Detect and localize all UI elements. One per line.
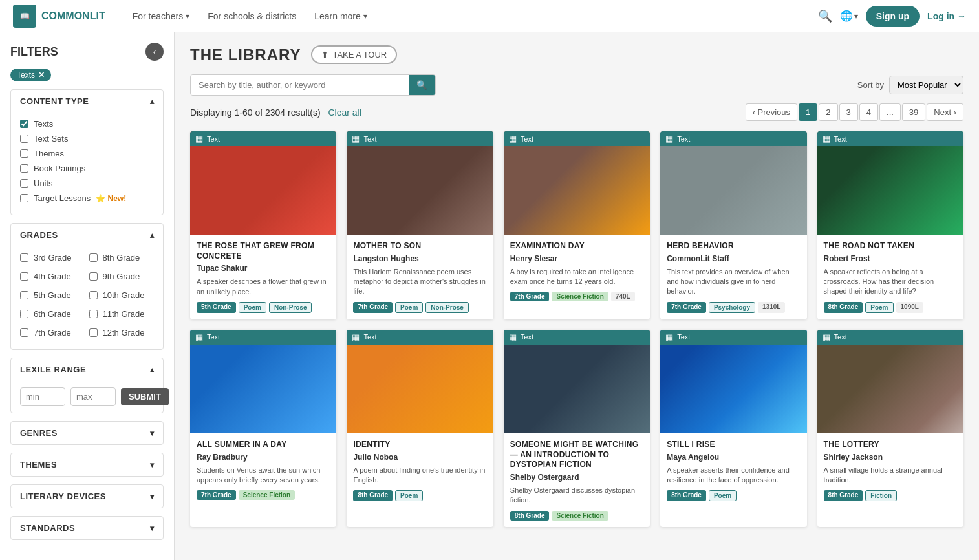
nav-learn-more[interactable]: Learn more ▾ <box>307 7 375 25</box>
login-button[interactable]: Log in → <box>927 11 966 21</box>
lexile-row: SUBMIT <box>20 387 154 406</box>
card-author: Ray Bradbury <box>197 453 330 462</box>
card-title: THE ROAD NOT TAKEN <box>824 241 957 252</box>
lexile-header[interactable]: LEXILE RANGE ▴ <box>11 358 163 381</box>
content-type-header[interactable]: CONTENT TYPE ▴ <box>11 90 163 113</box>
grid-icon: ▦ <box>665 332 673 342</box>
clear-all-link[interactable]: Clear all <box>328 107 361 118</box>
lexile-min-input[interactable] <box>20 387 65 406</box>
filter-4th-grade[interactable]: 4th Grade <box>20 272 85 281</box>
card-type-label: Text <box>363 333 376 341</box>
card-tag: Poem <box>239 302 266 313</box>
themes-header[interactable]: THEMES ▾ <box>11 453 163 476</box>
card-type-label: Text <box>521 333 533 341</box>
prev-page-button[interactable]: ‹ Previous <box>746 103 798 121</box>
sidebar-header: FILTERS ‹ <box>10 43 164 61</box>
card-type-label: Text <box>207 135 220 143</box>
collapse-sidebar-button[interactable]: ‹ <box>145 43 164 61</box>
filter-text-sets[interactable]: Text Sets <box>20 134 154 144</box>
book-card[interactable]: ▦ Text EXAMINATION DAY Henry Slesar A bo… <box>504 131 650 319</box>
grid-icon: ▦ <box>823 134 830 144</box>
chevron-up-icon: ▴ <box>150 97 155 106</box>
grid-icon: ▦ <box>509 134 517 144</box>
search-icon[interactable]: 🔍 <box>818 9 832 23</box>
card-tag: Poem <box>395 490 423 501</box>
filter-7th-grade[interactable]: 7th Grade <box>20 328 85 338</box>
card-tag: 8th Grade <box>510 511 550 521</box>
card-tags: 8th GradeFiction <box>824 490 957 501</box>
book-card[interactable]: ▦ Text THE ROSE THAT GREW FROM CONCRETE … <box>190 131 336 319</box>
card-desc: A speaker asserts their confidence and r… <box>667 466 800 486</box>
logo-text: COMMONLIT <box>41 10 105 22</box>
page-39-button[interactable]: 39 <box>902 103 925 121</box>
top-nav: 📖 COMMONLIT For teachers ▾ For schools &… <box>0 0 979 32</box>
card-type-label: Text <box>521 135 533 143</box>
literary-devices-header[interactable]: LITERARY DEVICES ▾ <box>11 485 163 508</box>
card-tag: Poem <box>709 490 737 501</box>
page-1-button[interactable]: 1 <box>799 103 817 121</box>
grid-icon: ▦ <box>823 332 830 342</box>
page-3-button[interactable]: 3 <box>839 103 858 121</box>
sort-select[interactable]: Most Popular <box>889 76 963 94</box>
filter-units[interactable]: Units <box>20 178 154 188</box>
book-card[interactable]: ▦ Text STILL I RISE Maya Angelou A speak… <box>660 330 806 527</box>
filter-6th-grade[interactable]: 6th Grade <box>20 309 85 319</box>
book-card[interactable]: ▦ Text MOTHER TO SON Langston Hughes Thi… <box>347 131 493 319</box>
nav-for-teachers[interactable]: For teachers ▾ <box>125 7 198 25</box>
signup-button[interactable]: Sign up <box>866 6 920 27</box>
filter-5th-grade[interactable]: 5th Grade <box>20 290 85 300</box>
take-a-tour-button[interactable]: ⬆ TAKE A TOUR <box>311 45 397 64</box>
nav-for-schools[interactable]: For schools & districts <box>200 7 304 25</box>
book-card[interactable]: ▦ Text IDENTITY Julio Noboa A poem about… <box>347 330 493 527</box>
card-image: ▦ Text <box>347 330 493 433</box>
page-title: THE LIBRARY <box>190 46 301 64</box>
book-grid: ▦ Text THE ROSE THAT GREW FROM CONCRETE … <box>190 131 963 527</box>
book-card[interactable]: ▦ Text SOMEONE MIGHT BE WATCHING — AN IN… <box>504 330 650 527</box>
card-body: MOTHER TO SON Langston Hughes This Harle… <box>347 235 493 319</box>
next-page-button[interactable]: Next › <box>927 103 963 121</box>
card-desc: Students on Venus await the sun which ap… <box>197 466 330 486</box>
filter-themes[interactable]: Themes <box>20 149 154 158</box>
book-card[interactable]: ▦ Text THE ROAD NOT TAKEN Robert Frost A… <box>817 131 963 319</box>
search-input[interactable] <box>191 75 409 95</box>
logo-icon: 📖 <box>13 5 36 28</box>
lexile-max-input[interactable] <box>70 387 116 406</box>
book-card[interactable]: ▦ Text THE LOTTERY Shirley Jackson A sma… <box>817 330 963 527</box>
page-4-button[interactable]: 4 <box>859 103 878 121</box>
page-2-button[interactable]: 2 <box>819 103 837 121</box>
search-button[interactable]: 🔍 <box>409 75 435 95</box>
card-tags: 8th GradePoem1090L <box>824 302 957 313</box>
filter-12th-grade[interactable]: 12th Grade <box>89 328 155 338</box>
card-type-label: Text <box>834 333 847 341</box>
logo[interactable]: 📖 COMMONLIT <box>13 5 105 28</box>
filter-texts[interactable]: Texts <box>20 119 154 129</box>
nav-right: 🔍 🌐 ▾ Sign up Log in → <box>818 6 966 27</box>
card-tags: 7th GradePsychology1310L <box>667 302 800 313</box>
card-image: ▦ Text <box>817 330 963 433</box>
filter-3rd-grade[interactable]: 3rd Grade <box>20 253 85 263</box>
library-header: THE LIBRARY ⬆ TAKE A TOUR <box>190 45 963 64</box>
book-card[interactable]: ▦ Text HERD BEHAVIOR CommonLit Staff Thi… <box>660 131 806 319</box>
filter-11th-grade[interactable]: 11th Grade <box>89 309 155 319</box>
standards-header[interactable]: STANDARDS ▾ <box>11 517 163 539</box>
chevron-down-icon: ▾ <box>186 12 189 21</box>
texts-filter-tag[interactable]: Texts ✕ <box>10 69 51 81</box>
filter-9th-grade[interactable]: 9th Grade <box>89 272 155 281</box>
active-filter-tag: Texts ✕ <box>10 69 164 89</box>
chevron-down-icon-3: ▾ <box>854 12 858 21</box>
card-tag: 8th Grade <box>824 490 863 501</box>
chevron-down-icon-themes: ▾ <box>150 460 155 469</box>
filter-book-pairings[interactable]: Book Pairings <box>20 164 154 173</box>
genres-header[interactable]: GENRES ▾ <box>11 422 163 444</box>
grades-header[interactable]: GRADES ▴ <box>11 224 163 246</box>
card-type-badge: ▦ Text <box>817 330 963 345</box>
remove-texts-filter[interactable]: ✕ <box>38 70 45 80</box>
filter-8th-grade[interactable]: 8th Grade <box>89 253 155 263</box>
themes-section: THEMES ▾ <box>10 453 164 477</box>
lexile-submit-button[interactable]: SUBMIT <box>121 388 169 405</box>
book-card[interactable]: ▦ Text ALL SUMMER IN A DAY Ray Bradbury … <box>190 330 336 527</box>
card-tag: Poem <box>395 302 423 313</box>
filter-10th-grade[interactable]: 10th Grade <box>89 290 155 300</box>
filter-target-lessons[interactable]: Target Lessons ⭐ New! <box>20 193 154 203</box>
globe-icon[interactable]: 🌐 ▾ <box>840 10 858 22</box>
